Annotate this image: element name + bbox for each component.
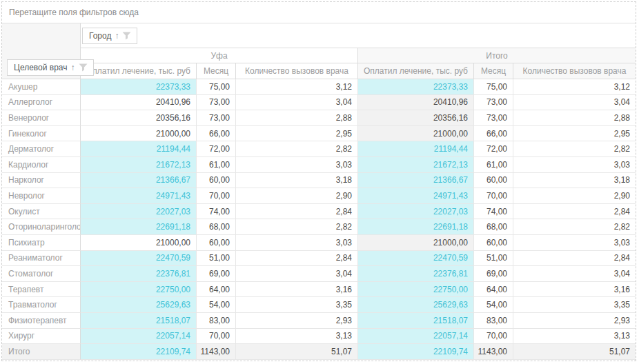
cell-month-grand-total[interactable]: 83,00 — [474, 313, 513, 329]
row-label[interactable]: Нарколог — [2, 173, 81, 189]
row-field-chip-target-doctor[interactable]: Целевой врач ↑ — [7, 59, 94, 76]
cell-calls[interactable]: 3,04 — [236, 95, 358, 111]
cell-month-grand-total[interactable]: 60,00 — [474, 235, 513, 251]
cell-calls[interactable]: 2,84 — [236, 204, 358, 220]
cell-calls[interactable]: 51,07 — [236, 344, 358, 360]
cell-month[interactable]: 83,00 — [197, 313, 236, 329]
cell-paid-grand-total[interactable]: 22376,81 — [358, 266, 474, 282]
cell-calls-grand-total[interactable]: 3,35 — [513, 297, 636, 313]
cell-calls[interactable]: 2,82 — [236, 219, 358, 235]
cell-month-grand-total[interactable]: 74,00 — [474, 204, 513, 220]
cell-month-grand-total[interactable]: 75,00 — [474, 79, 513, 95]
cell-paid-grand-total[interactable]: 20410,96 — [358, 95, 474, 111]
cell-calls[interactable]: 2,93 — [236, 313, 358, 329]
row-fields-area[interactable]: Целевой врач ↑ — [2, 23, 81, 79]
cell-calls-grand-total[interactable]: 51,07 — [513, 344, 636, 360]
row-label[interactable]: Психиатр — [2, 235, 81, 251]
cell-paid[interactable]: 22376,81 — [81, 266, 197, 282]
cell-month[interactable]: 54,00 — [197, 297, 236, 313]
cell-month[interactable]: 60,00 — [197, 173, 236, 189]
filter-fields-drop-area[interactable]: Перетащите поля фильтров сюда — [2, 2, 636, 23]
cell-month[interactable]: 70,00 — [197, 329, 236, 345]
column-fields-area[interactable]: Город ↑ — [81, 23, 636, 48]
row-label[interactable]: Невролог — [2, 188, 81, 204]
cell-calls-grand-total[interactable]: 2,84 — [513, 204, 636, 220]
row-label[interactable]: Венеролог — [2, 110, 81, 126]
cell-calls[interactable]: 3,16 — [236, 282, 358, 298]
cell-month-grand-total[interactable]: 61,00 — [474, 157, 513, 173]
cell-paid[interactable]: 21194,44 — [81, 141, 197, 157]
cell-month-grand-total[interactable]: 70,00 — [474, 329, 513, 345]
cell-paid-grand-total[interactable]: 22027,03 — [358, 204, 474, 220]
cell-paid-grand-total[interactable]: 22691,18 — [358, 219, 474, 235]
cell-paid-grand-total[interactable]: 22470,59 — [358, 251, 474, 267]
cell-paid[interactable]: 22057,14 — [81, 329, 197, 345]
cell-month[interactable]: 64,00 — [197, 282, 236, 298]
cell-calls-grand-total[interactable]: 3,03 — [513, 235, 636, 251]
cell-paid-grand-total[interactable]: 21518,07 — [358, 313, 474, 329]
cell-paid[interactable]: 20356,16 — [81, 110, 197, 126]
cell-month[interactable]: 60,00 — [197, 235, 236, 251]
cell-month-grand-total[interactable]: 54,00 — [474, 297, 513, 313]
row-label[interactable]: Гинеколог — [2, 126, 81, 142]
sort-ascending-icon[interactable]: ↑ — [115, 32, 119, 40]
cell-calls-grand-total[interactable]: 2,82 — [513, 141, 636, 157]
row-label[interactable]: Физиотерапевт — [2, 313, 81, 329]
cell-month-grand-total[interactable]: 66,00 — [474, 126, 513, 142]
row-label[interactable]: Кардиолог — [2, 157, 81, 173]
cell-paid[interactable]: 22691,18 — [81, 219, 197, 235]
cell-month[interactable]: 73,00 — [197, 110, 236, 126]
cell-calls-grand-total[interactable]: 3,13 — [513, 329, 636, 345]
cell-paid-grand-total[interactable]: 25629,63 — [358, 297, 474, 313]
cell-calls-grand-total[interactable]: 3,04 — [513, 95, 636, 111]
cell-calls[interactable]: 3,18 — [236, 173, 358, 189]
cell-paid-grand-total[interactable]: 22109,74 — [358, 344, 474, 360]
cell-paid-grand-total[interactable]: 24971,43 — [358, 188, 474, 204]
cell-paid[interactable]: 22470,59 — [81, 251, 197, 267]
cell-paid-grand-total[interactable]: 21000,00 — [358, 126, 474, 142]
cell-month-grand-total[interactable]: 70,00 — [474, 188, 513, 204]
cell-calls-grand-total[interactable]: 3,12 — [513, 79, 636, 95]
cell-calls-grand-total[interactable]: 2,90 — [513, 188, 636, 204]
row-label[interactable]: Стоматолог — [2, 266, 81, 282]
cell-calls-grand-total[interactable]: 3,04 — [513, 266, 636, 282]
cell-month-grand-total[interactable]: 73,00 — [474, 110, 513, 126]
cell-paid-grand-total[interactable]: 21672,13 — [358, 157, 474, 173]
cell-month[interactable]: 66,00 — [197, 126, 236, 142]
cell-calls-grand-total[interactable]: 2,88 — [513, 110, 636, 126]
cell-calls-grand-total[interactable]: 3,03 — [513, 157, 636, 173]
filter-funnel-icon[interactable] — [122, 32, 131, 40]
cell-calls-grand-total[interactable]: 2,82 — [513, 219, 636, 235]
cell-paid-grand-total[interactable]: 21194,44 — [358, 141, 474, 157]
cell-paid[interactable]: 22373,33 — [81, 79, 197, 95]
cell-paid-grand-total[interactable]: 21000,00 — [358, 235, 474, 251]
cell-calls-grand-total[interactable]: 3,16 — [513, 282, 636, 298]
cell-paid[interactable]: 25629,63 — [81, 297, 197, 313]
cell-month-grand-total[interactable]: 69,00 — [474, 266, 513, 282]
cell-paid[interactable]: 22109,74 — [81, 344, 197, 360]
column-field-chip-city[interactable]: Город ↑ — [82, 28, 137, 44]
cell-paid-grand-total[interactable]: 22057,14 — [358, 329, 474, 345]
cell-calls[interactable]: 3,12 — [236, 79, 358, 95]
cell-calls[interactable]: 3,03 — [236, 235, 358, 251]
cell-month[interactable]: 72,00 — [197, 141, 236, 157]
cell-calls-grand-total[interactable]: 2,95 — [513, 126, 636, 142]
cell-calls-grand-total[interactable]: 2,93 — [513, 313, 636, 329]
cell-month-grand-total[interactable]: 72,00 — [474, 141, 513, 157]
cell-month[interactable]: 61,00 — [197, 157, 236, 173]
cell-calls[interactable]: 2,90 — [236, 188, 358, 204]
cell-paid[interactable]: 22750,00 — [81, 282, 197, 298]
row-label[interactable]: Реаниматолог — [2, 251, 81, 267]
row-label[interactable]: Окулист — [2, 204, 81, 220]
cell-calls[interactable]: 3,03 — [236, 157, 358, 173]
row-label-grand-total[interactable]: Итого — [2, 344, 81, 360]
cell-paid[interactable]: 22027,03 — [81, 204, 197, 220]
cell-paid[interactable]: 21518,07 — [81, 313, 197, 329]
sort-ascending-icon[interactable]: ↑ — [71, 63, 75, 72]
cell-month[interactable]: 75,00 — [197, 79, 236, 95]
row-label[interactable]: Аллерголог — [2, 95, 81, 111]
row-label[interactable]: Хирург — [2, 329, 81, 345]
cell-calls[interactable]: 3,04 — [236, 266, 358, 282]
filter-funnel-icon[interactable] — [79, 63, 88, 72]
cell-calls[interactable]: 2,84 — [236, 251, 358, 267]
